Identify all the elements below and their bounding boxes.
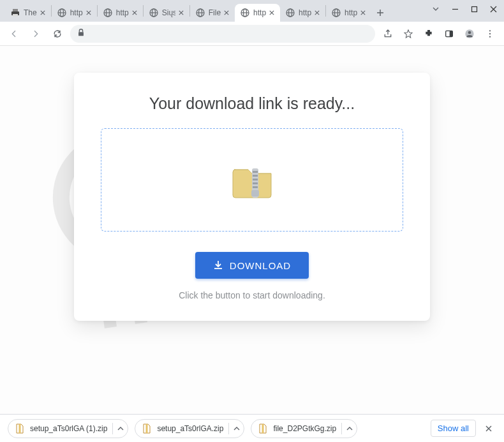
- show-all-button[interactable]: Show all: [431, 420, 476, 437]
- chevron-down-icon[interactable]: [426, 1, 445, 17]
- svg-rect-31: [253, 171, 258, 173]
- side-panel-icon[interactable]: [440, 25, 458, 43]
- card-title: Your download link is ready...: [101, 94, 403, 113]
- maximize-button[interactable]: [464, 1, 484, 17]
- file-dropzone: [101, 128, 403, 232]
- menu-dots-icon[interactable]: [481, 25, 499, 43]
- address-bar[interactable]: [70, 25, 375, 43]
- forward-button[interactable]: [27, 25, 45, 43]
- svg-rect-37: [19, 424, 21, 433]
- svg-rect-36: [251, 190, 259, 196]
- tab-strip: The http http Siųs File h: [5, 0, 426, 22]
- tab-label: http: [299, 8, 311, 17]
- close-icon[interactable]: [130, 8, 139, 17]
- new-tab-button[interactable]: [371, 4, 389, 22]
- globe-icon: [285, 8, 295, 18]
- chevron-up-icon[interactable]: [341, 423, 353, 434]
- download-chip-0[interactable]: setup_aTs0rlGA (1).zip: [8, 419, 128, 438]
- bookmark-star-icon[interactable]: [399, 25, 417, 43]
- minimize-button[interactable]: [445, 1, 464, 17]
- download-chip-2[interactable]: file_D2PGtkGg.zip: [251, 419, 357, 438]
- svg-rect-33: [253, 179, 258, 180]
- tab-label: http: [253, 8, 266, 17]
- reload-button[interactable]: [48, 25, 66, 43]
- tab-4[interactable]: File: [190, 4, 235, 22]
- tab-3[interactable]: Siųs: [144, 4, 189, 22]
- tab-6[interactable]: http: [280, 4, 325, 22]
- download-icon: [213, 260, 223, 272]
- svg-point-22: [468, 31, 471, 34]
- zip-file-icon: [258, 424, 268, 434]
- svg-rect-20: [450, 31, 453, 36]
- globe-icon: [57, 8, 67, 18]
- svg-rect-2: [13, 14, 18, 17]
- page-content: risk.com Your download link is ready... …: [0, 46, 504, 414]
- window-controls: [426, 0, 504, 22]
- svg-point-25: [489, 36, 491, 37]
- chevron-up-icon[interactable]: [228, 423, 240, 434]
- tab-label: http: [345, 8, 357, 17]
- close-icon[interactable]: [313, 8, 322, 17]
- chevron-up-icon[interactable]: [112, 423, 124, 434]
- download-chip-name: setup_aTs0rlGA (1).zip: [30, 424, 107, 433]
- download-chip-name: file_D2PGtkGg.zip: [273, 424, 336, 433]
- close-icon[interactable]: [177, 8, 186, 17]
- close-icon[interactable]: [222, 8, 231, 17]
- tab-label: Siųs: [162, 8, 175, 17]
- globe-icon: [240, 8, 250, 18]
- globe-icon: [103, 8, 113, 18]
- globe-icon: [149, 8, 159, 18]
- close-shelf-button[interactable]: [481, 421, 496, 436]
- share-icon[interactable]: [379, 25, 397, 43]
- close-icon[interactable]: [84, 8, 93, 17]
- svg-rect-35: [253, 186, 258, 188]
- svg-rect-32: [253, 175, 258, 177]
- svg-rect-34: [253, 182, 258, 184]
- svg-rect-38: [146, 424, 148, 433]
- tab-2[interactable]: http: [98, 4, 143, 22]
- back-button[interactable]: [5, 25, 23, 43]
- printer-icon: [10, 8, 20, 18]
- download-card: Your download link is ready... DOWNLOAD …: [74, 73, 430, 321]
- browser-toolbar: [0, 22, 504, 46]
- card-hint: Click the button to start downloading.: [101, 290, 403, 300]
- close-icon[interactable]: [267, 8, 276, 17]
- tab-0[interactable]: The: [5, 4, 51, 22]
- tab-5-active[interactable]: http: [235, 4, 280, 22]
- close-window-button[interactable]: [484, 1, 503, 17]
- zip-folder-icon: [228, 156, 276, 204]
- titlebar: The http http Siųs File h: [0, 0, 504, 22]
- zip-file-icon: [142, 424, 152, 434]
- svg-rect-39: [262, 424, 264, 433]
- svg-point-23: [489, 30, 491, 31]
- download-button-label: DOWNLOAD: [230, 260, 291, 271]
- download-shelf: setup_aTs0rlGA (1).zip setup_aTs0rlGA.zi…: [0, 414, 504, 442]
- download-button[interactable]: DOWNLOAD: [195, 252, 309, 279]
- tab-label: The: [24, 8, 37, 17]
- download-chip-name: setup_aTs0rlGA.zip: [157, 424, 223, 433]
- tab-label: http: [116, 8, 129, 17]
- globe-icon: [195, 8, 205, 18]
- tab-1[interactable]: http: [52, 4, 97, 22]
- globe-icon: [331, 8, 341, 18]
- zip-file-icon: [15, 424, 25, 434]
- download-chip-1[interactable]: setup_aTs0rlGA.zip: [135, 419, 244, 438]
- lock-icon: [77, 28, 85, 40]
- toolbar-right: [379, 25, 499, 43]
- tab-label: File: [209, 8, 221, 17]
- extensions-icon[interactable]: [420, 25, 438, 43]
- close-icon[interactable]: [359, 8, 367, 17]
- tab-7[interactable]: http: [326, 4, 371, 22]
- tab-label: http: [70, 8, 83, 17]
- profile-avatar[interactable]: [461, 25, 478, 43]
- svg-point-24: [489, 33, 491, 34]
- svg-rect-1: [13, 9, 18, 11]
- svg-rect-17: [471, 6, 477, 11]
- svg-rect-18: [78, 32, 84, 36]
- close-icon[interactable]: [38, 8, 47, 17]
- shelf-right: Show all: [431, 420, 496, 437]
